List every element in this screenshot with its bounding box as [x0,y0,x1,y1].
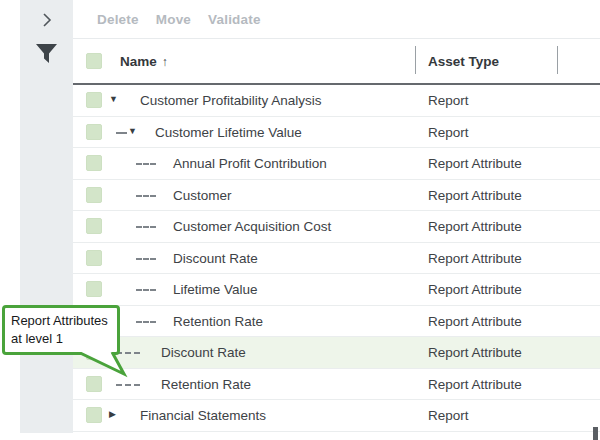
tree-connector [136,195,156,197]
table-row[interactable]: Discount Rate Report Attribute [73,243,600,275]
row-name[interactable]: Retention Rate [161,377,251,392]
row-asset-type: Report Attribute [428,377,522,392]
row-asset-type: Report Attribute [428,314,522,329]
row-name[interactable]: Retention Rate [173,314,263,329]
tree-connector [116,132,127,134]
row-asset-type: Report Attribute [428,282,522,297]
table-row[interactable]: Discount Rate Report Attribute [73,337,600,369]
chevron-right-icon [42,12,52,28]
table-row[interactable]: ▼ Customer Profitability Analysis Report [73,85,600,117]
tree-connector [136,258,156,260]
row-name[interactable]: Lifetime Value [173,282,258,297]
tree-connector [136,289,156,291]
row-checkbox[interactable] [86,155,102,171]
expand-panel-button[interactable] [20,9,73,31]
table-row[interactable]: Annual Profit Contribution Report Attrib… [73,148,600,180]
move-button[interactable]: Move [156,12,191,27]
row-name[interactable]: Customer Lifetime Value [155,125,302,140]
row-asset-type: Report Attribute [428,251,522,266]
tree-connector [116,384,140,386]
row-asset-type: Report [428,93,469,108]
tree-connector [136,226,156,228]
row-name[interactable]: Discount Rate [161,345,246,360]
callout-tail [58,352,130,378]
column-resize-handle[interactable] [557,46,558,74]
row-name[interactable]: Customer Profitability Analysis [140,93,322,108]
annotation-callout: Report Attributes at level 1 [2,305,120,355]
table-row[interactable]: Retention Rate Report Attribute [73,369,600,401]
table-row[interactable]: Lifetime Value Report Attribute [73,274,600,306]
row-asset-type: Report Attribute [428,156,522,171]
validate-button[interactable]: Validate [208,12,261,27]
row-asset-type: Report [428,408,469,423]
column-resize-handle[interactable] [415,46,416,74]
row-name[interactable]: Discount Rate [173,251,258,266]
row-asset-type: Report [428,125,469,140]
tree-connector [136,163,156,165]
row-name[interactable]: Customer [173,188,232,203]
row-checkbox[interactable] [86,250,102,266]
row-checkbox[interactable] [86,407,102,423]
column-header-name[interactable]: Name↑ [120,54,168,69]
toolbar: Delete Move Validate [73,0,600,39]
table-row[interactable]: ▼ Customer Lifetime Value Report [73,117,600,149]
row-asset-type: Report Attribute [428,345,522,360]
column-header-asset-type[interactable]: Asset Type [428,54,499,69]
row-checkbox[interactable] [86,218,102,234]
table-row[interactable]: ▶ Financial Statements Report [73,400,600,432]
filter-funnel-icon [35,43,58,64]
scrollbar-fragment[interactable] [593,427,598,440]
expander-icon[interactable]: ▼ [128,127,137,136]
table-row[interactable]: Customer Acquisition Cost Report Attribu… [73,211,600,243]
row-checkbox[interactable] [86,92,102,108]
table-body: ▼ Customer Profitability Analysis Report… [73,85,600,432]
expander-icon[interactable]: ▼ [109,95,118,104]
filter-button[interactable] [20,41,73,65]
tree-connector [136,321,156,323]
sort-ascending-icon: ↑ [162,55,168,69]
select-all-checkbox[interactable] [86,53,102,69]
row-name[interactable]: Financial Statements [140,408,266,423]
row-name[interactable]: Customer Acquisition Cost [173,219,331,234]
expander-icon[interactable]: ▶ [109,410,116,419]
row-checkbox[interactable] [86,124,102,140]
table-row[interactable]: Customer Report Attribute [73,180,600,212]
row-asset-type: Report Attribute [428,188,522,203]
table-row[interactable]: Retention Rate Report Attribute [73,306,600,338]
delete-button[interactable]: Delete [97,12,139,27]
row-checkbox[interactable] [86,187,102,203]
row-name[interactable]: Annual Profit Contribution [173,156,327,171]
name-column-label: Name [120,54,157,69]
row-checkbox[interactable] [86,281,102,297]
table-header: Name↑ Asset Type [73,40,600,85]
row-asset-type: Report Attribute [428,219,522,234]
